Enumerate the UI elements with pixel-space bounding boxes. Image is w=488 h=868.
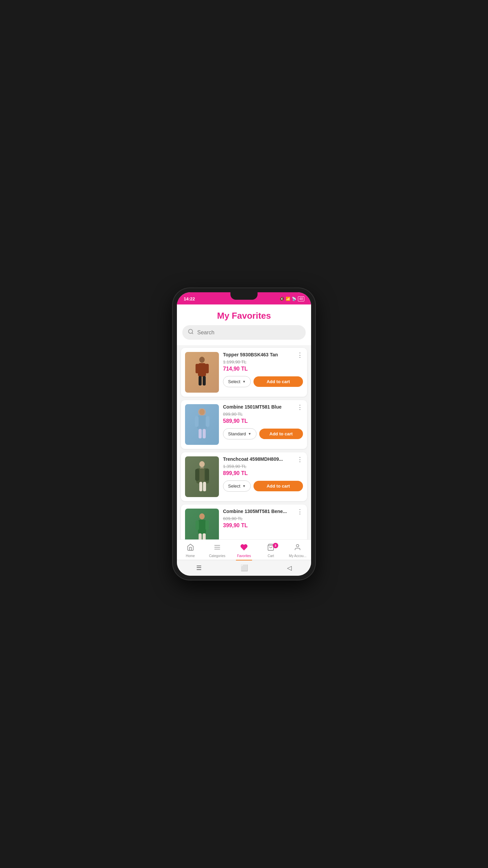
product-image	[185, 456, 219, 497]
svg-rect-4	[196, 364, 199, 373]
svg-rect-21	[203, 482, 206, 491]
nav-item-favorites[interactable]: Favorites	[230, 544, 257, 558]
product-name: Trenchcoat 4598MDH809...	[223, 456, 297, 462]
nav-item-cart[interactable]: 3 Cart	[258, 544, 284, 558]
svg-rect-19	[205, 469, 209, 481]
select-label: Select	[228, 379, 240, 384]
nav-label-account: My Accou...	[289, 554, 307, 558]
select-label: Standard	[228, 431, 246, 436]
product-info: Trenchcoat 4598MDH809... ⋮ 1.359,90 TL 8…	[223, 456, 303, 497]
more-options-icon[interactable]: ⋮	[297, 456, 303, 462]
product-name: Combine 1501MT581 Blue	[223, 404, 297, 410]
product-card: Combine 1305MT581 Bene... ⋮ 609,90 TL 39…	[181, 505, 307, 539]
svg-line-1	[192, 333, 193, 334]
product-image	[185, 404, 219, 445]
svg-rect-3	[198, 363, 206, 377]
svg-point-32	[297, 544, 299, 547]
svg-rect-5	[205, 364, 209, 373]
product-image	[185, 509, 219, 539]
svg-rect-23	[198, 520, 206, 534]
svg-rect-14	[203, 429, 206, 438]
product-name: Topper 5930BSK463 Tan	[223, 352, 297, 357]
nav-item-account[interactable]: My Accou...	[284, 544, 311, 558]
nav-label-favorites: Favorites	[237, 554, 251, 558]
product-original-price: 609,90 TL	[223, 516, 303, 521]
phone-screen: 14:22 🔇 📶 📡 48 My Favorites	[177, 292, 311, 576]
product-header: Combine 1501MT581 Blue ⋮	[223, 404, 303, 410]
svg-point-0	[188, 329, 192, 333]
dropdown-arrow-icon: ▼	[242, 380, 246, 383]
svg-rect-18	[195, 469, 199, 481]
search-input[interactable]	[197, 330, 300, 336]
more-options-icon[interactable]: ⋮	[297, 509, 303, 515]
favorites-icon	[240, 544, 248, 553]
svg-point-22	[199, 513, 205, 519]
more-options-icon[interactable]: ⋮	[297, 404, 303, 410]
svg-rect-20	[199, 482, 202, 491]
product-list: Topper 5930BSK463 Tan ⋮ 1.199,90 TL 714,…	[177, 345, 311, 539]
add-to-cart-button[interactable]: Add to cart	[253, 481, 303, 491]
add-to-cart-button[interactable]: Add to cart	[253, 376, 303, 387]
dropdown-arrow-icon: ▼	[248, 432, 251, 436]
bottom-navigation: Home Categories Favori	[177, 539, 311, 560]
product-info: Combine 1501MT581 Blue ⋮ 899,90 TL 589,9…	[223, 404, 303, 445]
product-header: Combine 1305MT581 Bene... ⋮	[223, 509, 303, 515]
nav-label-home: Home	[186, 554, 195, 558]
wifi-icon: 📶	[286, 297, 290, 301]
product-thumbnail	[185, 509, 219, 539]
silent-icon: 🔇	[280, 297, 284, 301]
product-sale-price: 589,90 TL	[223, 418, 303, 424]
main-content: My Favorites	[177, 304, 311, 539]
android-home-button[interactable]: ⬜	[235, 563, 253, 573]
svg-rect-26	[199, 533, 202, 540]
product-card: Combine 1501MT581 Blue ⋮ 899,90 TL 589,9…	[181, 400, 307, 449]
svg-rect-12	[206, 416, 209, 427]
account-icon	[294, 544, 301, 553]
product-actions: Select ▼ Add to cart	[223, 480, 303, 492]
select-button[interactable]: Select ▼	[223, 480, 251, 492]
svg-rect-7	[203, 376, 206, 386]
android-back-button[interactable]: ◁	[282, 563, 297, 573]
product-info: Combine 1305MT581 Bene... ⋮ 609,90 TL 39…	[223, 509, 303, 539]
product-actions: Select ▼ Add to cart	[223, 376, 303, 387]
product-name: Combine 1305MT581 Bene...	[223, 509, 297, 514]
more-options-icon[interactable]: ⋮	[297, 352, 303, 358]
product-actions: Standard ▼ Add to cart	[223, 428, 303, 439]
battery-icon: 48	[298, 296, 304, 301]
product-header: Trenchcoat 4598MDH809... ⋮	[223, 456, 303, 462]
svg-rect-13	[199, 429, 202, 438]
svg-point-15	[199, 461, 205, 467]
svg-rect-27	[203, 533, 206, 540]
status-time: 14:22	[184, 296, 195, 301]
nav-label-categories: Categories	[209, 554, 225, 558]
search-bar[interactable]	[182, 325, 306, 340]
svg-point-2	[199, 357, 205, 363]
cart-badge: 3	[273, 543, 278, 548]
product-card: Topper 5930BSK463 Tan ⋮ 1.199,90 TL 714,…	[181, 348, 307, 397]
svg-rect-11	[195, 416, 199, 427]
product-info: Topper 5930BSK463 Tan ⋮ 1.199,90 TL 714,…	[223, 352, 303, 393]
svg-rect-25	[205, 520, 209, 530]
page-title-section: My Favorites	[177, 304, 311, 325]
search-icon	[188, 329, 194, 336]
select-button[interactable]: Select ▼	[223, 376, 251, 387]
select-label: Select	[228, 484, 240, 489]
nav-item-categories[interactable]: Categories	[204, 544, 230, 558]
product-header: Topper 5930BSK463 Tan ⋮	[223, 352, 303, 358]
nav-item-home[interactable]: Home	[177, 544, 204, 558]
active-underline	[236, 560, 252, 560]
product-thumbnail	[185, 352, 219, 393]
android-menu-button[interactable]: ☰	[191, 563, 207, 573]
select-button[interactable]: Standard ▼	[223, 428, 257, 439]
product-sale-price: 714,90 TL	[223, 366, 303, 372]
product-image	[185, 352, 219, 393]
add-to-cart-button[interactable]: Add to cart	[259, 429, 303, 439]
product-thumbnail	[185, 404, 219, 445]
nav-label-cart: Cart	[268, 554, 274, 558]
svg-rect-24	[196, 520, 199, 530]
phone-device: 14:22 🔇 📶 📡 48 My Favorites	[173, 288, 315, 580]
search-section	[177, 325, 311, 345]
status-bar: 14:22 🔇 📶 📡 48	[177, 292, 311, 304]
notch	[230, 292, 258, 300]
signal-icon: 📡	[292, 297, 297, 301]
